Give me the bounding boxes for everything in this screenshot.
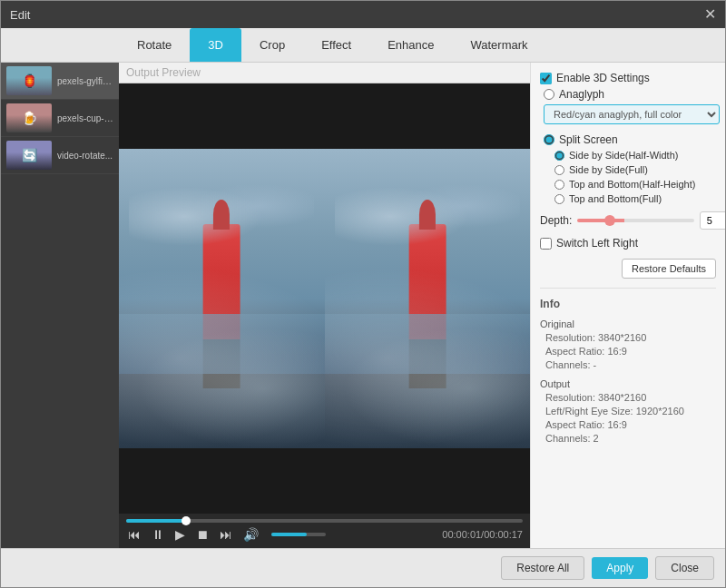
tab-effect[interactable]: Effect (303, 28, 369, 62)
video-frame (119, 149, 530, 448)
settings-section: Enable 3D Settings Anaglyph Red/cyan ana… (540, 72, 716, 279)
output-resolution: Resolution: 3840*2160 (540, 392, 716, 403)
snow-right (325, 149, 531, 448)
progress-thumb (182, 516, 191, 525)
split-option-3-label: Top and Bottom(Full) (569, 193, 662, 204)
transport-bar: ⏮ ⏸ ▶ ⏹ ⏭ 🔊 00:00:01/00:00:17 (119, 514, 530, 548)
edit-dialog: Edit ✕ Rotate 3D Crop Effect Enhance Wat… (0, 0, 726, 588)
switch-lr-label: Switch Left Right (556, 237, 638, 250)
volume-icon[interactable]: 🔊 (241, 526, 260, 543)
split-option-2-radio[interactable] (554, 180, 564, 190)
sidebar: pexels-gylfig... pexels-cup-of... video-… (1, 63, 119, 548)
thumbnail-0 (6, 66, 52, 95)
split-screen-radio[interactable] (544, 134, 554, 145)
tab-bar: Rotate 3D Crop Effect Enhance Watermark (1, 28, 725, 63)
progress-row (126, 519, 523, 523)
switch-lr-row: Switch Left Right (540, 237, 716, 250)
split-option-0-row: Side by Side(Half-Width) (540, 150, 716, 161)
split-option-1-row: Side by Side(Full) (540, 164, 716, 175)
time-display: 00:00:01/00:00:17 (442, 529, 523, 540)
original-group-title: Original (540, 318, 716, 329)
right-panel: Enable 3D Settings Anaglyph Red/cyan ana… (530, 63, 725, 548)
split-option-3-radio[interactable] (554, 194, 564, 204)
output-aspect: Aspect Ratio: 16:9 (540, 419, 716, 430)
split-option-0-radio[interactable] (554, 151, 564, 161)
split-option-2-label: Top and Bottom(Half-Height) (569, 179, 695, 190)
switch-lr-checkbox[interactable] (540, 238, 552, 250)
restore-defaults-button[interactable]: Restore Defaults (622, 259, 716, 279)
skip-forward-button[interactable]: ⏭ (218, 526, 234, 543)
split-image (119, 149, 530, 448)
progress-fill (126, 519, 186, 523)
anaglyph-radio[interactable] (544, 89, 554, 100)
split-option-1-label: Side by Side(Full) (569, 164, 648, 175)
tab-watermark[interactable]: Watermark (452, 28, 545, 62)
title-bar: Edit ✕ (1, 1, 725, 28)
play-button[interactable]: ▶ (173, 526, 187, 543)
volume-fill (271, 533, 307, 536)
pause-button[interactable]: ⏸ (150, 526, 166, 543)
restore-all-button[interactable]: Restore All (501, 556, 584, 580)
close-icon[interactable]: ✕ (704, 7, 716, 22)
sidebar-item-2[interactable]: video-rotate... (1, 137, 119, 174)
snow-left (119, 149, 325, 448)
tab-rotate[interactable]: Rotate (119, 28, 190, 62)
split-option-0-label: Side by Side(Half-Width) (569, 150, 678, 161)
thumbnail-1 (6, 103, 52, 132)
depth-slider[interactable] (577, 219, 694, 222)
apply-button[interactable]: Apply (592, 557, 648, 579)
sidebar-item-1[interactable]: pexels-cup-of... (1, 100, 119, 137)
sidebar-label-2: video-rotate... (57, 151, 113, 161)
split-option-2-row: Top and Bottom(Half-Height) (540, 179, 716, 190)
tab-crop[interactable]: Crop (241, 28, 303, 62)
original-channels: Channels: - (540, 359, 716, 370)
sidebar-label-0: pexels-gylfig... (57, 76, 113, 86)
anaglyph-row: Anaglyph (540, 88, 716, 101)
sidebar-label-1: pexels-cup-of... (57, 113, 113, 123)
sidebar-item-0[interactable]: pexels-gylfig... (1, 63, 119, 100)
split-half-right (325, 149, 531, 448)
split-option-3-row: Top and Bottom(Full) (540, 193, 716, 204)
split-screen-row: Split Screen (540, 133, 716, 146)
info-title: Info (540, 298, 716, 310)
depth-label: Depth: (540, 214, 572, 227)
skip-back-button[interactable]: ⏮ (126, 526, 142, 543)
close-button[interactable]: Close (655, 556, 714, 580)
thumbnail-2 (6, 141, 52, 170)
tab-3d[interactable]: 3D (190, 28, 241, 62)
split-half-left (119, 149, 325, 448)
stop-button[interactable]: ⏹ (194, 526, 211, 543)
enable-3d-row: Enable 3D Settings (540, 72, 716, 84)
dialog-title: Edit (10, 8, 30, 22)
volume-track[interactable] (271, 533, 326, 536)
split-option-1-radio[interactable] (554, 165, 564, 175)
split-screen-label: Split Screen (559, 133, 618, 146)
main-content: pexels-gylfig... pexels-cup-of... video-… (1, 63, 725, 548)
tab-enhance[interactable]: Enhance (369, 28, 452, 62)
enable-3d-label: Enable 3D Settings (556, 72, 650, 84)
enable-3d-checkbox[interactable] (540, 73, 552, 84)
depth-input[interactable] (700, 211, 725, 230)
original-resolution: Resolution: 3840*2160 (540, 332, 716, 343)
original-aspect: Aspect Ratio: 16:9 (540, 346, 716, 357)
divider-1 (540, 288, 716, 289)
anaglyph-dropdown[interactable]: Red/cyan anaglyph, full color (544, 104, 720, 124)
anaglyph-label: Anaglyph (559, 88, 604, 101)
preview-video-container (119, 83, 530, 514)
progress-track[interactable] (126, 519, 523, 523)
preview-area: Output Preview (119, 63, 530, 548)
depth-row: Depth: (540, 211, 716, 230)
output-eye-size: Left/Right Eye Size: 1920*2160 (540, 406, 716, 416)
preview-label: Output Preview (119, 63, 530, 83)
bottom-bar: Restore All Apply Close (1, 548, 725, 587)
controls-row: ⏮ ⏸ ▶ ⏹ ⏭ 🔊 00:00:01/00:00:17 (126, 526, 523, 543)
output-channels: Channels: 2 (540, 433, 716, 444)
output-group-title: Output (540, 378, 716, 389)
info-section: Info Original Resolution: 3840*2160 Aspe… (540, 298, 716, 444)
